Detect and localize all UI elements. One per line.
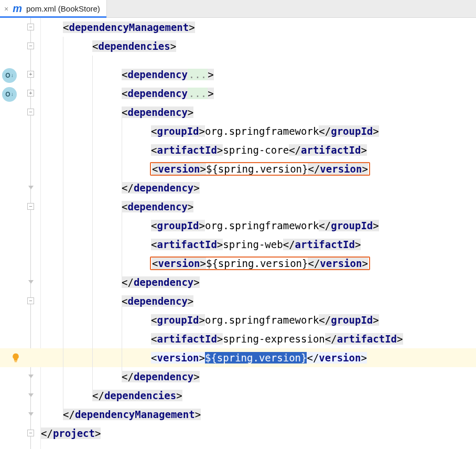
code-line[interactable]: <version>${spring.version}</version> [41, 254, 476, 273]
code-line[interactable]: </dependency> [41, 273, 476, 292]
fold-end-icon[interactable] [28, 412, 34, 416]
fold-toggle[interactable] [27, 90, 34, 97]
fold-toggle[interactable] [27, 24, 34, 30]
close-icon[interactable]: × [4, 5, 8, 13]
code-line[interactable]: <artifactId>spring-core</artifactId> [41, 141, 476, 159]
code-line[interactable]: <dependency...> [41, 65, 476, 84]
code-line[interactable]: <groupId>org.springframework</groupId> [41, 122, 476, 141]
override-badge-icon[interactable]: O↓ [2, 87, 17, 102]
code-line[interactable]: </dependency> [41, 367, 476, 386]
fold-toggle[interactable] [27, 297, 34, 304]
fold-toggle[interactable] [27, 430, 34, 436]
code-line[interactable]: <dependency> [41, 103, 476, 122]
fold-end-icon[interactable] [28, 186, 34, 189]
code-line[interactable]: <dependency> [41, 292, 476, 311]
code-line[interactable]: <version>${spring.version}</version> [41, 159, 476, 178]
editor-tab-pom[interactable]: × m pom.xml (BookStore) [0, 0, 107, 17]
highlighted-version-box: <version>${spring.version}</version> [150, 256, 370, 270]
editor-tabbar: × m pom.xml (BookStore) [0, 0, 476, 18]
code-line[interactable]: </dependencyManagement> [41, 405, 476, 424]
code-line[interactable]: </dependency> [41, 178, 476, 197]
code-line[interactable]: <dependency> [41, 197, 476, 216]
fold-toggle[interactable] [27, 42, 34, 49]
code-line[interactable]: <artifactId>spring-expression</artifactI… [41, 329, 476, 348]
editor-gutter: O↓ O↓ [0, 18, 21, 449]
code-editor[interactable]: O↓ O↓ <dependencyManagemen [0, 18, 476, 449]
code-line[interactable]: </project> [41, 424, 476, 443]
fold-end-icon[interactable] [28, 280, 34, 284]
fold-end-icon[interactable] [28, 393, 34, 397]
code-line[interactable]: <groupId>org.springframework</groupId> [41, 311, 476, 329]
code-line[interactable]: <version>${spring.version}</version> [41, 348, 476, 367]
editor-selection: ${spring.version} [205, 352, 307, 364]
fold-gutter [21, 18, 41, 449]
override-badge-icon[interactable]: O↓ [2, 68, 17, 83]
fold-toggle[interactable] [27, 71, 34, 78]
code-line[interactable]: <dependencies> [41, 37, 476, 56]
fold-end-icon[interactable] [28, 375, 34, 378]
tab-title: pom.xml (BookStore) [26, 4, 100, 13]
code-line[interactable]: <artifactId>spring-web</artifactId> [41, 235, 476, 254]
fold-toggle[interactable] [27, 109, 34, 115]
highlighted-version-box: <version>${spring.version}</version> [150, 162, 370, 176]
svg-rect-0 [15, 361, 17, 362]
code-line[interactable]: <dependencyManagement> [41, 18, 476, 37]
code-area[interactable]: <dependencyManagement> <dependencies> <d… [41, 18, 476, 449]
code-line[interactable]: <groupId>org.springframework</groupId> [41, 216, 476, 235]
fold-toggle[interactable] [27, 203, 34, 210]
code-line[interactable]: </dependencies> [41, 386, 476, 405]
intention-bulb-icon[interactable] [10, 352, 21, 363]
code-line[interactable]: <dependency...> [41, 84, 476, 103]
maven-file-icon: m [13, 3, 22, 15]
